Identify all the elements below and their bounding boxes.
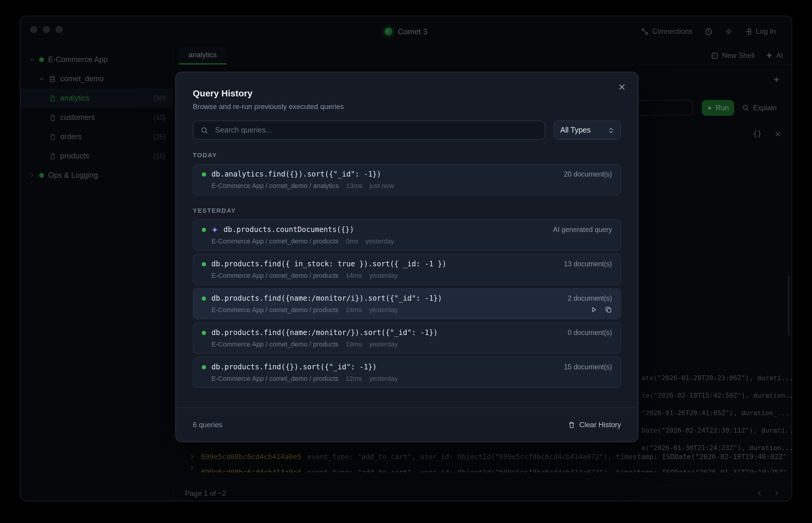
query-result-count: 0 document(s)	[568, 329, 612, 336]
query-timestamp: yesterday	[369, 375, 398, 382]
query-count: 6 queries	[193, 420, 223, 429]
query-line: db.analytics.find({}).sort({"_id": -1}) …	[202, 170, 612, 178]
query-history-item[interactable]: db.products.countDocuments({}) AI genera…	[193, 219, 621, 251]
modal-title: Query History	[193, 88, 621, 98]
search-box[interactable]	[193, 121, 545, 140]
query-duration: 12ms	[346, 375, 362, 382]
app-window: Comet 3 Connections	[20, 16, 792, 501]
search-input[interactable]	[214, 125, 537, 135]
query-meta: E-Commerce App / comet_demo / products 1…	[202, 375, 612, 382]
query-result-count: 13 document(s)	[564, 260, 612, 268]
select-chevrons-icon	[608, 127, 614, 133]
query-timestamp: yesterday	[369, 306, 398, 313]
query-line: db.products.find({name:/monitor/}).sort(…	[202, 328, 612, 337]
query-meta: E-Commerce App / comet_demo / products 1…	[202, 272, 612, 279]
query-duration: 14ms	[346, 272, 362, 279]
trash-icon	[568, 421, 575, 428]
clear-history-button[interactable]: Clear History	[568, 420, 621, 429]
query-duration: 13ms	[346, 182, 362, 189]
query-timestamp: yesterday	[365, 237, 394, 245]
query-code: db.products.find({ in_stock: true }).sor…	[211, 260, 446, 268]
query-path: E-Commerce App / comet_demo / analytics	[211, 182, 339, 189]
query-history-modal: Query History Browse and re-run previous…	[175, 72, 639, 442]
query-meta: E-Commerce App / comet_demo / products 0…	[202, 237, 612, 245]
modal-subtitle: Browse and re-run previously executed qu…	[193, 103, 621, 111]
query-path: E-Commerce App / comet_demo / products	[211, 237, 338, 245]
query-path: E-Commerce App / comet_demo / products	[211, 306, 338, 313]
screen: Comet 3 Connections	[0, 0, 812, 523]
query-status-dot	[202, 172, 206, 176]
query-result-count: 20 document(s)	[564, 170, 612, 178]
type-filter-select[interactable]: All Types	[554, 121, 621, 140]
query-duration: 19ms	[346, 340, 362, 348]
modal-footer: 6 queries Clear History	[176, 407, 638, 441]
query-code: db.products.find({name:/monitor/}).sort(…	[211, 328, 438, 337]
query-ai-badge: AI generated query	[553, 226, 612, 233]
rerun-play-icon[interactable]	[590, 306, 597, 313]
query-line: db.products.find({name:/monitor/i}).sort…	[202, 294, 612, 303]
query-code: db.products.countDocuments({})	[223, 226, 354, 234]
query-line: db.products.find({}).sort({"_id": -1}) 1…	[202, 363, 612, 371]
clear-history-label: Clear History	[579, 420, 621, 429]
query-history-item-hovered[interactable]: db.products.find({name:/monitor/i}).sort…	[193, 288, 621, 319]
query-result-count: 15 document(s)	[564, 363, 612, 371]
search-icon	[201, 126, 208, 134]
query-code: db.products.find({}).sort({"_id": -1})	[211, 363, 377, 371]
query-meta: E-Commerce App / comet_demo / products 1…	[202, 306, 612, 313]
query-path: E-Commerce App / comet_demo / products	[211, 340, 338, 348]
query-line: db.products.countDocuments({}) AI genera…	[202, 226, 612, 234]
query-timestamp: yesterday	[369, 340, 398, 348]
query-meta: E-Commerce App / comet_demo / products 1…	[202, 340, 612, 348]
query-status-dot	[202, 296, 206, 300]
query-timestamp: just now	[370, 182, 394, 189]
query-path: E-Commerce App / comet_demo / products	[211, 375, 338, 382]
query-history-item[interactable]: db.products.find({name:/monitor/}).sort(…	[193, 322, 621, 354]
query-duration: 0ms	[346, 237, 358, 245]
modal-header: Query History Browse and re-run previous…	[176, 72, 638, 111]
close-icon[interactable]	[618, 83, 626, 91]
ai-sparkle-icon	[211, 226, 218, 233]
query-list: TODAY db.analytics.find({}).sort({"_id":…	[193, 151, 621, 388]
query-status-dot	[202, 330, 206, 335]
copy-icon[interactable]	[605, 306, 612, 313]
query-result-count: 2 document(s)	[568, 295, 612, 302]
modal-controls: All Types	[193, 121, 621, 140]
query-path: E-Commerce App / comet_demo / products	[211, 272, 338, 279]
section-label-yesterday: YESTERDAY	[193, 207, 621, 214]
query-actions	[590, 306, 612, 313]
query-code: db.products.find({name:/monitor/i}).sort…	[211, 294, 442, 303]
type-filter-value: All Types	[560, 126, 591, 134]
query-duration: 14ms	[346, 306, 362, 313]
query-line: db.products.find({ in_stock: true }).sor…	[202, 260, 612, 268]
query-history-item[interactable]: db.analytics.find({}).sort({"_id": -1}) …	[193, 164, 621, 195]
query-status-dot	[202, 262, 206, 266]
query-timestamp: yesterday	[369, 272, 398, 279]
query-history-item[interactable]: db.products.find({}).sort({"_id": -1}) 1…	[193, 357, 621, 388]
query-status-dot	[202, 365, 206, 369]
section-label-today: TODAY	[193, 151, 621, 159]
query-history-item[interactable]: db.products.find({ in_stock: true }).sor…	[193, 254, 621, 285]
query-status-dot	[202, 228, 206, 232]
query-meta: E-Commerce App / comet_demo / analytics …	[202, 182, 612, 189]
query-code: db.analytics.find({}).sort({"_id": -1})	[211, 170, 381, 178]
